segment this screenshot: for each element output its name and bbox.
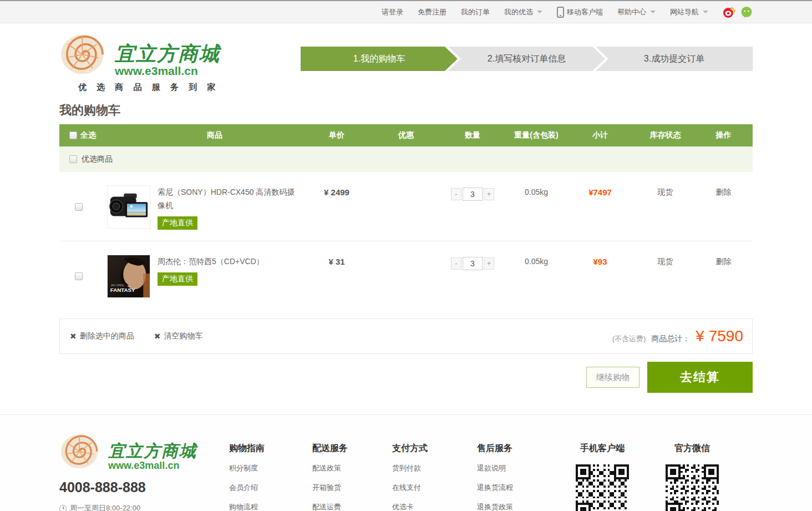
item-weight: 0.05kg	[509, 255, 564, 312]
product-image-fantasy-album[interactable]: JAY CHOU FANTASY	[107, 255, 150, 298]
footer-column-shopping-guide: 购物指南 积分制度 会员介绍 购物流程 常见问题	[229, 443, 312, 511]
footer-column-after-sales: 售后服务 退款说明 退换货流程 退换货政策 隐私条款	[477, 443, 549, 511]
my-picks-label: 我的优选	[504, 7, 533, 17]
chevron-down-icon	[703, 11, 708, 13]
column-unit-price: 单价	[298, 130, 375, 140]
clear-cart-link[interactable]: ✖ 清空购物车	[154, 331, 203, 341]
cart-item-row: JAY CHOU FANTASY 周杰伦：范特西5（CD+VCD） 产地直供 ¥…	[59, 241, 753, 312]
checkout-button[interactable]: 去结算	[647, 362, 753, 393]
service-hours: 周一至周日8:00-22:00	[70, 503, 140, 511]
register-link[interactable]: 免费注册	[418, 7, 446, 17]
delete-x-icon: ✖	[154, 332, 161, 341]
weibo-icon[interactable]	[723, 6, 735, 18]
chevron-down-icon	[537, 11, 542, 13]
footer-link[interactable]: 会员介绍	[229, 483, 312, 493]
column-quantity: 数量	[437, 130, 509, 140]
footer-column-title: 配送服务	[312, 443, 392, 454]
column-weight: 重量(含包装)	[509, 130, 564, 140]
footer-column-title: 购物指南	[229, 443, 312, 454]
product-title-link[interactable]: 索尼（SONY）HDR-CX450 高清数码摄像机	[158, 185, 298, 212]
svg-text:FANTASY: FANTASY	[110, 287, 135, 293]
mobile-client-link[interactable]: 移动客户端	[557, 7, 603, 18]
quantity-input[interactable]	[463, 188, 483, 201]
login-link[interactable]: 请登录	[382, 7, 403, 17]
qr-code-icon	[666, 464, 719, 511]
nautilus-shell-logo-icon	[59, 429, 104, 470]
quantity-stepper: - +	[451, 257, 494, 270]
footer-link[interactable]: 购物流程	[229, 502, 312, 511]
footer-logo[interactable]: 宜立方商城 www.e3mall.cn	[59, 426, 225, 470]
product-image-sony-camcorder[interactable]	[107, 185, 150, 229]
column-discount: 优惠	[375, 130, 437, 140]
group-select-checkbox[interactable]	[69, 155, 77, 163]
quantity-input[interactable]	[463, 257, 483, 270]
column-stock-status: 库存状态	[636, 130, 694, 140]
delete-selected-link[interactable]: ✖ 删除选中的商品	[70, 331, 134, 341]
footer-link[interactable]: 开箱验货	[312, 483, 392, 493]
freight-note: (不含运费)	[612, 334, 646, 344]
quantity-increase-button[interactable]: +	[484, 188, 494, 200]
origin-direct-supply-badge: 产地直供	[158, 272, 197, 286]
footer-link[interactable]: 优选卡	[392, 502, 477, 511]
service-phone-number: 4008-888-888	[59, 479, 225, 495]
my-picks-link[interactable]: 我的优选	[504, 7, 542, 17]
delete-item-link[interactable]: 删除	[716, 257, 732, 266]
discount	[375, 185, 437, 241]
unit-price: ¥ 31	[298, 255, 375, 312]
page-footer: 宜立方商城 www.e3mall.cn 4008-888-888 周一至周日8:…	[0, 414, 812, 511]
item-select-checkbox[interactable]	[75, 203, 83, 211]
footer-link[interactable]: 在线支付	[392, 483, 477, 493]
footer-link[interactable]: 货到付款	[392, 463, 477, 473]
mobile-client-label: 移动客户端	[567, 7, 603, 17]
logo-url: www.e3mall.cn	[115, 65, 220, 77]
cart-table-header: 全选 商品 单价 优惠 数量 重量(含包装) 小计 库存状态 操作	[59, 124, 753, 146]
page-title: 我的购物车	[59, 102, 753, 119]
mobile-phone-icon	[557, 7, 564, 18]
wechat-icon[interactable]	[740, 6, 753, 18]
unit-price: ¥ 2499	[298, 185, 375, 241]
quantity-stepper: - +	[451, 188, 494, 201]
delete-x-icon: ✖	[70, 332, 77, 341]
delete-item-link[interactable]: 删除	[716, 188, 732, 196]
item-subtotal: ¥7497	[564, 185, 636, 241]
nautilus-shell-logo-icon	[59, 29, 110, 77]
site-nav-link[interactable]: 网站导航	[670, 7, 708, 17]
clear-cart-label: 清空购物车	[164, 331, 202, 341]
cart-summary-bar: ✖ 删除选中的商品 ✖ 清空购物车 (不含运费) 商品总计： ¥ 7590	[59, 318, 753, 354]
my-orders-link[interactable]: 我的订单	[461, 7, 490, 17]
help-center-link[interactable]: 帮助中心	[617, 7, 656, 17]
quantity-decrease-button[interactable]: -	[451, 257, 461, 270]
topbar: 请登录 免费注册 我的订单 我的优选 移动客户端 帮助中心 网站导航	[0, 0, 812, 23]
footer-wechat-qr: 官方微信	[666, 443, 719, 511]
step-3-order-submitted: 3.成功提交订单	[596, 47, 753, 71]
footer-mobile-app-qr: 手机客户端	[576, 443, 629, 511]
cart-main: 我的购物车 全选 商品 单价 优惠 数量 重量(含包装) 小计 库存状态 操作 …	[59, 102, 753, 393]
qr-code-icon	[576, 464, 629, 511]
footer-link[interactable]: 退换货流程	[477, 483, 549, 493]
footer-link[interactable]: 配送运费	[312, 502, 392, 511]
stock-status: 现货	[636, 255, 694, 312]
site-nav-label: 网站导航	[670, 7, 699, 17]
step-1-my-cart: 1.我的购物车	[301, 47, 458, 71]
item-select-checkbox[interactable]	[75, 272, 83, 280]
footer-link[interactable]: 配送政策	[312, 463, 392, 473]
quantity-increase-button[interactable]: +	[484, 257, 494, 270]
chevron-down-icon	[650, 11, 656, 13]
page-header: 宜立方商城 www.e3mall.cn 优 选 商 品 服 务 到 家 1.我的…	[0, 23, 812, 94]
quantity-decrease-button[interactable]: -	[451, 188, 461, 200]
discount	[375, 255, 437, 312]
footer-link[interactable]: 退换货政策	[477, 502, 549, 511]
select-all-checkbox[interactable]	[69, 131, 77, 139]
cart-item-row: 索尼（SONY）HDR-CX450 高清数码摄像机 产地直供 ¥ 2499 - …	[59, 172, 753, 241]
logo-slogan: 优 选 商 品 服 务 到 家	[78, 82, 220, 93]
item-subtotal: ¥93	[564, 255, 636, 312]
site-logo[interactable]: 宜立方商城 www.e3mall.cn 优 选 商 品 服 务 到 家	[59, 26, 220, 93]
origin-direct-supply-badge: 产地直供	[158, 216, 197, 230]
product-title-link[interactable]: 周杰伦：范特西5（CD+VCD）	[158, 255, 264, 268]
footer-column-payment-methods: 支付方式 货到付款 在线支付 优选卡 发票制度	[392, 443, 477, 511]
total-value: ¥ 7590	[696, 327, 743, 345]
footer-link[interactable]: 退款说明	[477, 463, 549, 473]
continue-shopping-button[interactable]: 继续购物	[586, 367, 640, 388]
footer-link[interactable]: 积分制度	[229, 463, 312, 473]
total-label: 商品总计：	[651, 334, 690, 344]
